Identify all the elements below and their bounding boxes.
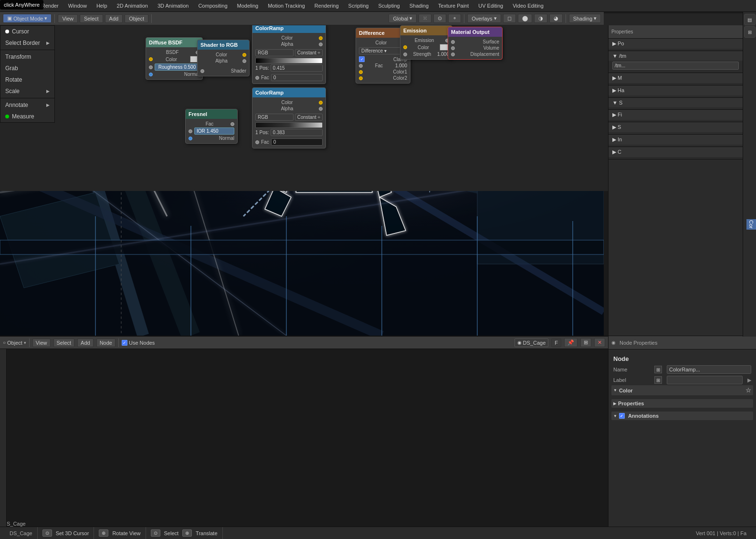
annotations-section-header[interactable]: ▼ ✓ Annotations (611, 412, 753, 420)
tool-rotate[interactable]: Rotate (0, 74, 54, 85)
node-editor-close[interactable]: ✕ (594, 338, 605, 347)
node-label-input[interactable] (667, 376, 743, 384)
color-section-header[interactable]: ▼ Color ☆ (611, 385, 753, 395)
annotations-checkbox[interactable]: ✓ (619, 413, 625, 419)
menu-rendering[interactable]: Rendering (310, 0, 344, 11)
node-shader-to-rgb[interactable]: Shader to RGB Color Alpha Shader (197, 40, 250, 76)
menu-compositing[interactable]: Compositing (193, 0, 232, 11)
node-add-menu[interactable]: Add (77, 338, 94, 347)
n-panel-section-ha-title[interactable]: ▶ Ha (609, 85, 743, 95)
n-panel-filepath-value[interactable]: /tm... (612, 62, 739, 70)
shading-mode-wireframe[interactable]: ◻ (503, 14, 516, 23)
node-name-input[interactable] (667, 365, 751, 374)
n-panel-section-po-title[interactable]: ▶ Po (609, 39, 743, 49)
menu-help[interactable]: Help (92, 0, 112, 11)
node-left-bar (0, 349, 7, 527)
add-menu[interactable]: Add (105, 14, 123, 23)
cr1-constant-btn[interactable]: Constant ÷ (295, 49, 323, 56)
menu-window[interactable]: Window (63, 0, 92, 11)
shading-mode-rendered[interactable]: ◕ (549, 14, 563, 23)
node-emission[interactable]: Emission Emission Color Strength 1.000 (400, 25, 452, 60)
tool-select-border[interactable]: Select Border ▶ (0, 37, 54, 49)
n-panel-section-in-title[interactable]: ▶ In (609, 135, 743, 145)
node-select-menu[interactable]: Select (53, 338, 75, 347)
cr1-pos-field[interactable]: 0.415 (271, 64, 323, 72)
vp-icon-1[interactable]: ▤ (744, 14, 756, 25)
menu-modeling[interactable]: Modeling (232, 0, 263, 11)
menu-uv-editing[interactable]: UV Editing (473, 0, 508, 11)
select-menu[interactable]: Select (80, 14, 103, 23)
object-menu[interactable]: Object (125, 14, 148, 23)
color-star[interactable]: ☆ (746, 387, 751, 394)
menu-3d-animation[interactable]: 3D Animation (153, 0, 193, 11)
viewport-icons-1[interactable]: ⚬ (448, 14, 461, 23)
menu-shading[interactable]: Shading (405, 0, 433, 11)
shading-mode-solid[interactable]: ⬤ (518, 14, 532, 23)
n-panel-section-s-title[interactable]: ▼ S (609, 98, 743, 107)
click-anywhere-tooltip: click AnyWhere (0, 0, 43, 10)
viewport-snap[interactable]: ⁙ (419, 14, 431, 23)
fresnel-ior-field[interactable]: IOR 1.450 (194, 127, 234, 135)
datablock-selector[interactable]: ◉ DS_Cage (514, 338, 549, 347)
node-props-title: Node (611, 352, 753, 364)
n-panel-section-m-title[interactable]: ▶ M (609, 73, 743, 83)
node-diffuse-normal-row: Normal (149, 71, 200, 77)
roughness-field[interactable]: Roughness 0.500 (155, 63, 200, 71)
menu-sculpting[interactable]: Sculpting (373, 0, 404, 11)
cr2-rgb-btn[interactable]: RGB (255, 114, 294, 121)
vp-icon-2[interactable]: ⊞ (744, 26, 756, 38)
use-nodes-checkbox[interactable]: ✓ Use Nodes (122, 340, 155, 346)
cr1-fac-field[interactable]: 0 (271, 74, 323, 81)
menu-texture-paint[interactable]: Texture Paint (433, 0, 473, 11)
n-panel-section-fi-title[interactable]: ▶ Fi (609, 110, 743, 120)
object-mode-dropdown[interactable]: ▣ Object Mode ▾ (3, 14, 52, 23)
tool-cursor[interactable]: Cursor (0, 26, 54, 37)
node-material-output[interactable]: Material Output Surface Volume Displacem… (448, 27, 503, 60)
cr2-fac-field[interactable]: 0 (271, 138, 323, 146)
node-fresnel[interactable]: Fresnel Fac IOR 1.450 Normal (185, 109, 238, 144)
cr2-color-output: Color (255, 99, 323, 106)
annotate-arrow: ▶ (46, 103, 50, 107)
node-object-chevron: ▾ (24, 340, 26, 345)
fake-user-btn[interactable]: F (551, 338, 561, 347)
node-view-menu[interactable]: View (32, 338, 51, 347)
node-object-icon: ○ (3, 340, 6, 345)
global-dropdown[interactable]: Global ▾ (388, 14, 417, 23)
cor-label: Cor (746, 219, 756, 230)
tool-transform[interactable]: Transform (0, 51, 54, 63)
menu-video-editing[interactable]: Video Editing (508, 0, 548, 11)
cr2-ramp-bar[interactable] (255, 122, 323, 128)
cr1-rgb-btn[interactable]: RGB (255, 49, 294, 56)
n-panel-section-tm-title[interactable]: ▼ /tm (609, 51, 743, 61)
tool-measure[interactable]: Measure (0, 111, 54, 122)
node-editor-expand[interactable]: ⊞ (580, 338, 591, 347)
node-name-icon[interactable]: ⊞ (654, 366, 662, 373)
n-panel-section-c-title[interactable]: ▶ C (609, 147, 743, 157)
cr2-pos-field[interactable]: 0.383 (271, 129, 323, 136)
proportional-edit[interactable]: ⊙ (433, 14, 446, 23)
node-node-menu[interactable]: Node (96, 338, 116, 347)
node-colorramp-1[interactable]: ColorRamp Color Alpha RGB Constant ÷ (252, 23, 326, 84)
node-editor-pin[interactable]: 📌 (564, 338, 578, 347)
menu-motion-tracking[interactable]: Motion Tracking (263, 0, 310, 11)
overlays-dropdown[interactable]: Overlays ▾ (467, 14, 501, 23)
diff-clamp-checkbox[interactable]: ✓ (359, 56, 365, 62)
menu-scripting[interactable]: Scripting (344, 0, 374, 11)
node-diffuse-bsdf[interactable]: Diffuse BSDF BSDF Color Roughness 0.500 … (146, 37, 203, 80)
menu-2d-animation[interactable]: 2D Animation (112, 0, 153, 11)
shading-mode-material[interactable]: ◑ (534, 14, 547, 23)
tool-grab[interactable]: Grab (0, 63, 54, 74)
n-panel-header-label: Properties (611, 29, 633, 34)
node-label-expand[interactable]: ▶ (747, 377, 751, 383)
cr2-constant-btn[interactable]: Constant ÷ (295, 114, 323, 121)
shading-dropdown[interactable]: Shading ▾ (569, 14, 601, 23)
tool-scale[interactable]: Scale ▶ (0, 85, 54, 97)
properties-section-header[interactable]: ▶ Properties (611, 399, 753, 408)
cr1-ramp-controls: RGB Constant ÷ 1 Pos: 0.415 (255, 49, 323, 72)
tool-annotate[interactable]: Annotate ▶ (0, 99, 54, 111)
n-panel-section-s2-title[interactable]: ▶ S (609, 122, 743, 132)
node-object-selector[interactable]: ○ Object ▾ (3, 340, 26, 346)
cr1-ramp-bar[interactable] (255, 58, 323, 63)
node-colorramp-2[interactable]: ColorRamp Color Alpha RGB Constant ÷ (252, 87, 326, 148)
view-menu[interactable]: View (58, 14, 78, 23)
